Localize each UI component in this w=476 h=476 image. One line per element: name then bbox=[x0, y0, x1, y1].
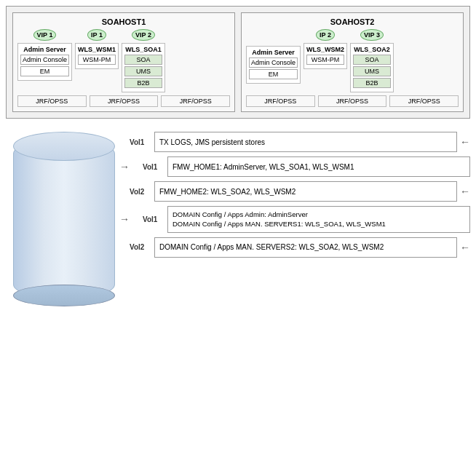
soahost1-admin-title: Admin Server bbox=[20, 46, 69, 53]
vol2-content-5: DOMAIN Config / Apps MAN. SERVERS2: WLS_… bbox=[154, 237, 457, 258]
vol2-right-arrow-5: ← bbox=[460, 242, 470, 253]
soahost2-wsm-col: IP 2 WLS_WSM2 WSM-PM bbox=[304, 29, 347, 92]
volumes-section: Vol1 TX LOGS, JMS persistent stores ← → … bbox=[130, 132, 470, 314]
volume-row-3: Vol2 FMW_HOME2: WLS_SOA2, WLS_WSM2 ← bbox=[130, 181, 470, 202]
soahost1-jrf3: JRF/OPSS bbox=[161, 95, 230, 107]
soahost2-jrf1: JRF/OPSS bbox=[246, 95, 315, 107]
vol1-label-1: Vol1 bbox=[130, 138, 151, 146]
soahost1-title: SOAHOST1 bbox=[17, 17, 230, 26]
soahost2-jrf-row: JRF/OPSS JRF/OPSS JRF/OPSS bbox=[246, 95, 459, 107]
soahost1-soa-col: VIP 2 WLS_SOA1 SOA UMS B2B bbox=[122, 29, 165, 92]
vip1-badge: VIP 1 bbox=[33, 29, 57, 41]
vol2-content-3: FMW_HOME2: WLS_SOA2, WLS_WSM2 bbox=[154, 181, 457, 202]
soahost1-ums: UMS bbox=[124, 66, 162, 76]
ip2-badge: IP 2 bbox=[316, 29, 335, 41]
soahost1-b2b: B2B bbox=[124, 78, 162, 88]
vol1-content-1: TX LOGS, JMS persistent stores bbox=[154, 132, 457, 152]
vol2-right-arrow-3: ← bbox=[460, 186, 470, 197]
soahost1-soa-server: WLS_SOA1 SOA UMS B2B bbox=[122, 43, 165, 92]
vol1-left-arrow-2: → bbox=[119, 161, 130, 172]
cylinder-body bbox=[13, 139, 115, 299]
vip2-badge: VIP 2 bbox=[132, 29, 155, 41]
soahost1-wsm-col: IP 1 WLS_WSM1 WSM-PM bbox=[75, 29, 119, 92]
soahost1-wsm-server: WLS_WSM1 WSM-PM bbox=[75, 43, 119, 69]
soahost1-em: EM bbox=[20, 66, 69, 76]
cylinder-top bbox=[13, 132, 115, 161]
vol1-label-2: Vol1 bbox=[143, 163, 164, 171]
storage-section: Vol1 TX LOGS, JMS persistent stores ← → … bbox=[6, 124, 470, 314]
volume-row-1: Vol1 TX LOGS, JMS persistent stores ← bbox=[130, 132, 470, 152]
soahost2-b2b: B2B bbox=[353, 78, 391, 88]
vol1-content-2: FMW_HOME1: AdminServer, WLS_SOA1, WLS_WS… bbox=[167, 156, 470, 177]
soahost1-block: SOAHOST1 VIP 1 Admin Server Admin Consol… bbox=[12, 12, 235, 112]
volume-row-2: → Vol1 FMW_HOME1: AdminServer, WLS_SOA1,… bbox=[130, 156, 470, 177]
soahost1-jrf2: JRF/OPSS bbox=[90, 95, 159, 107]
soahost1-jrf-row: JRF/OPSS JRF/OPSS JRF/OPSS bbox=[17, 95, 230, 107]
soahost1-admin-server: Admin Server Admin Console EM bbox=[17, 43, 72, 81]
soahost2-soa-server: WLS_SOA2 SOA UMS B2B bbox=[350, 43, 394, 92]
main-container: SOAHOST1 VIP 1 Admin Server Admin Consol… bbox=[0, 0, 476, 476]
cylinder-bottom bbox=[13, 285, 115, 306]
soahost2-admin-col: Admin Server Admin Console EM bbox=[246, 29, 301, 92]
storage-cylinder bbox=[6, 124, 122, 314]
soahost2-em: EM bbox=[249, 69, 298, 79]
soahost1-admin-console: Admin Console bbox=[20, 55, 69, 65]
soahost2-wsm-server: WLS_WSM2 WSM-PM bbox=[304, 43, 347, 69]
soahost2-block: SOAHOST2 Admin Server Admin Console EM I… bbox=[241, 12, 464, 112]
soahost2-wsm-title: WLS_WSM2 bbox=[306, 46, 344, 53]
soahost2-ums: UMS bbox=[353, 66, 391, 76]
soahost1-soa-title: WLS_SOA1 bbox=[124, 46, 162, 53]
soahost1-wsm-pm: WSM-PM bbox=[78, 55, 116, 65]
arch-section: SOAHOST1 VIP 1 Admin Server Admin Consol… bbox=[6, 6, 470, 119]
soahost1-admin-col: VIP 1 Admin Server Admin Console EM bbox=[17, 29, 72, 92]
soahost2-soa-title: WLS_SOA2 bbox=[353, 46, 391, 53]
soahost2-admin-title: Admin Server bbox=[249, 49, 298, 56]
vol2-label-5: Vol2 bbox=[130, 243, 151, 251]
soahost2-soa: SOA bbox=[353, 55, 391, 65]
soahost1-wsm-title: WLS_WSM1 bbox=[78, 46, 116, 53]
vol1-label-4: Vol1 bbox=[143, 215, 164, 223]
soahost1-soa: SOA bbox=[124, 55, 162, 65]
vol1-text-4: DOMAIN Config / Apps Admin: AdminServerD… bbox=[172, 210, 386, 229]
soahost2-admin-console: Admin Console bbox=[249, 57, 298, 68]
soahost1-jrf1: JRF/OPSS bbox=[17, 95, 87, 107]
vip3-badge: VIP 3 bbox=[360, 29, 384, 41]
ip1-badge: IP 1 bbox=[87, 29, 106, 41]
vol1-text-1: TX LOGS, JMS persistent stores bbox=[159, 138, 265, 146]
vol2-text-5: DOMAIN Config / Apps MAN. SERVERS2: WLS_… bbox=[159, 243, 384, 251]
soahost2-jrf3: JRF/OPSS bbox=[389, 95, 459, 107]
soahost2-title: SOAHOST2 bbox=[246, 17, 459, 26]
vol1-right-arrow-1: ← bbox=[460, 136, 470, 148]
vol1-text-2: FMW_HOME1: AdminServer, WLS_SOA1, WLS_WS… bbox=[172, 163, 354, 171]
vol1-left-arrow-4: → bbox=[119, 213, 130, 225]
vol2-label-3: Vol2 bbox=[130, 188, 151, 196]
soahost2-jrf2: JRF/OPSS bbox=[318, 95, 387, 107]
vol1-content-4: DOMAIN Config / Apps Admin: AdminServerD… bbox=[167, 206, 470, 233]
soahost2-soa-col: VIP 3 WLS_SOA2 SOA UMS B2B bbox=[350, 29, 394, 92]
vol2-text-3: FMW_HOME2: WLS_SOA2, WLS_WSM2 bbox=[159, 188, 295, 196]
volume-row-4: → Vol1 DOMAIN Config / Apps Admin: Admin… bbox=[130, 206, 470, 233]
volume-row-5: Vol2 DOMAIN Config / Apps MAN. SERVERS2:… bbox=[130, 237, 470, 258]
soahost2-wsm-pm: WSM-PM bbox=[306, 55, 344, 65]
soahost2-admin-server: Admin Server Admin Console EM bbox=[246, 46, 301, 84]
